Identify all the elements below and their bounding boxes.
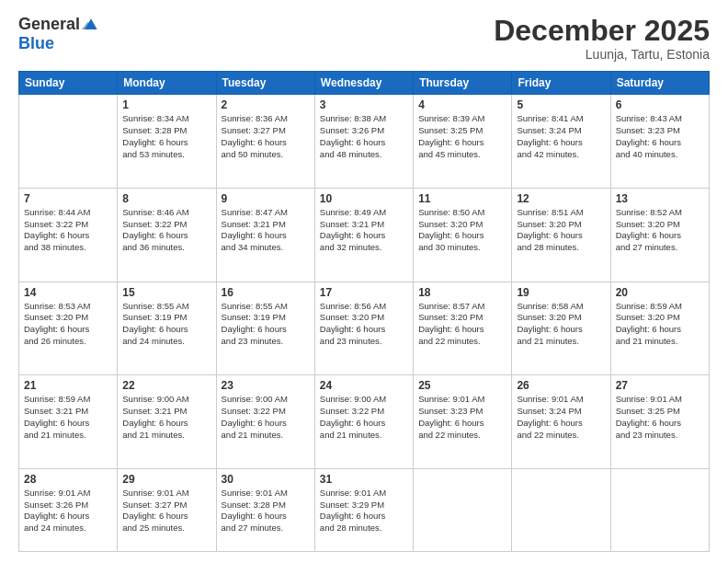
day-number: 20 <box>616 286 704 299</box>
sunset-text: Sunset: 3:20 PM <box>517 219 605 231</box>
sunrise-text: Sunrise: 9:01 AM <box>517 394 605 406</box>
day-number: 7 <box>24 192 112 205</box>
day-number: 1 <box>122 98 210 111</box>
calendar-day-cell: 11Sunrise: 8:50 AMSunset: 3:20 PMDayligh… <box>414 188 512 282</box>
day-number: 11 <box>418 192 506 205</box>
daylight-line2: and 24 minutes. <box>24 523 112 534</box>
day-number: 3 <box>320 98 408 111</box>
daylight-line2: and 26 minutes. <box>24 336 112 348</box>
calendar-day-cell: 24Sunrise: 9:00 AMSunset: 3:22 PMDayligh… <box>314 375 413 469</box>
calendar-day-cell: 3Sunrise: 8:38 AMSunset: 3:26 PMDaylight… <box>314 95 413 189</box>
daylight-line2: and 21 minutes. <box>616 336 704 348</box>
daylight-line1: Daylight: 6 hours <box>517 418 605 430</box>
sunrise-text: Sunrise: 9:01 AM <box>222 488 310 500</box>
calendar-day-cell: 23Sunrise: 9:00 AMSunset: 3:22 PMDayligh… <box>216 375 314 469</box>
daylight-line1: Daylight: 6 hours <box>122 511 210 523</box>
day-number: 17 <box>320 286 408 299</box>
sunrise-text: Sunrise: 8:55 AM <box>122 301 210 313</box>
daylight-line1: Daylight: 6 hours <box>222 324 310 336</box>
daylight-line1: Daylight: 6 hours <box>320 511 408 523</box>
sunrise-text: Sunrise: 8:57 AM <box>418 301 506 313</box>
sunrise-text: Sunrise: 8:41 AM <box>517 113 605 125</box>
daylight-line1: Daylight: 6 hours <box>616 418 704 430</box>
sunrise-text: Sunrise: 8:43 AM <box>616 113 704 125</box>
sunrise-text: Sunrise: 9:01 AM <box>122 488 210 500</box>
daylight-line2: and 42 minutes. <box>517 149 605 161</box>
sunset-text: Sunset: 3:20 PM <box>517 312 605 324</box>
day-number: 26 <box>517 379 605 392</box>
calendar-day-cell: 2Sunrise: 8:36 AMSunset: 3:27 PMDaylight… <box>216 95 314 189</box>
daylight-line2: and 23 minutes. <box>320 336 408 348</box>
day-number: 16 <box>222 286 310 299</box>
day-info: Sunrise: 8:56 AMSunset: 3:20 PMDaylight:… <box>320 301 408 348</box>
day-number: 30 <box>222 473 310 486</box>
daylight-line1: Daylight: 6 hours <box>24 511 112 523</box>
day-number: 5 <box>517 98 605 111</box>
day-number: 21 <box>24 379 112 392</box>
sunrise-text: Sunrise: 8:38 AM <box>320 113 408 125</box>
calendar-day-cell: 22Sunrise: 9:00 AMSunset: 3:21 PMDayligh… <box>118 375 216 469</box>
day-info: Sunrise: 9:01 AMSunset: 3:26 PMDaylight:… <box>24 488 112 534</box>
calendar-day-cell: 6Sunrise: 8:43 AMSunset: 3:23 PMDaylight… <box>610 95 709 189</box>
sunrise-text: Sunrise: 9:01 AM <box>24 488 112 500</box>
day-info: Sunrise: 8:47 AMSunset: 3:21 PMDaylight:… <box>222 207 310 254</box>
day-info: Sunrise: 8:57 AMSunset: 3:20 PMDaylight:… <box>418 301 506 348</box>
day-info: Sunrise: 8:43 AMSunset: 3:23 PMDaylight:… <box>616 113 704 160</box>
logo-blue-text: Blue <box>18 34 54 53</box>
sunset-text: Sunset: 3:27 PM <box>122 500 210 511</box>
sunset-text: Sunset: 3:21 PM <box>122 406 210 418</box>
title-area: December 2025 Luunja, Tartu, Estonia <box>494 15 710 62</box>
day-info: Sunrise: 9:01 AMSunset: 3:28 PMDaylight:… <box>222 488 310 534</box>
sunrise-text: Sunrise: 8:55 AM <box>222 301 310 313</box>
day-number: 4 <box>418 98 506 111</box>
daylight-line1: Daylight: 6 hours <box>517 324 605 336</box>
day-info: Sunrise: 9:00 AMSunset: 3:22 PMDaylight:… <box>320 394 408 441</box>
sunset-text: Sunset: 3:23 PM <box>616 125 704 137</box>
daylight-line2: and 21 minutes. <box>517 336 605 348</box>
sunset-text: Sunset: 3:26 PM <box>320 125 408 137</box>
sunset-text: Sunset: 3:22 PM <box>320 406 408 418</box>
sunset-text: Sunset: 3:28 PM <box>222 500 310 511</box>
day-info: Sunrise: 9:00 AMSunset: 3:22 PMDaylight:… <box>222 394 310 441</box>
sunrise-text: Sunrise: 8:36 AM <box>222 113 310 125</box>
header-thursday: Thursday <box>414 72 512 95</box>
day-number: 14 <box>24 286 112 299</box>
daylight-line2: and 48 minutes. <box>320 149 408 161</box>
sunrise-text: Sunrise: 8:50 AM <box>418 207 506 219</box>
calendar-day-cell: 19Sunrise: 8:58 AMSunset: 3:20 PMDayligh… <box>512 282 610 375</box>
daylight-line1: Daylight: 6 hours <box>222 137 310 149</box>
day-number: 8 <box>122 192 210 205</box>
daylight-line2: and 21 minutes. <box>320 430 408 442</box>
sunrise-text: Sunrise: 8:59 AM <box>24 394 112 406</box>
daylight-line2: and 32 minutes. <box>320 242 408 254</box>
sunrise-text: Sunrise: 8:58 AM <box>517 301 605 313</box>
daylight-line1: Daylight: 6 hours <box>122 137 210 149</box>
sunset-text: Sunset: 3:20 PM <box>418 219 506 231</box>
sunset-text: Sunset: 3:26 PM <box>24 500 112 511</box>
day-number: 9 <box>222 192 310 205</box>
daylight-line2: and 22 minutes. <box>517 430 605 442</box>
sunrise-text: Sunrise: 8:59 AM <box>616 301 704 313</box>
day-info: Sunrise: 8:41 AMSunset: 3:24 PMDaylight:… <box>517 113 605 160</box>
calendar-week-row: 1Sunrise: 8:34 AMSunset: 3:28 PMDaylight… <box>19 95 710 189</box>
sunset-text: Sunset: 3:27 PM <box>222 125 310 137</box>
day-number: 10 <box>320 192 408 205</box>
day-info: Sunrise: 9:01 AMSunset: 3:25 PMDaylight:… <box>616 394 704 441</box>
daylight-line1: Daylight: 6 hours <box>320 418 408 430</box>
day-info: Sunrise: 8:59 AMSunset: 3:20 PMDaylight:… <box>616 301 704 348</box>
day-number: 19 <box>517 286 605 299</box>
calendar-day-cell: 12Sunrise: 8:51 AMSunset: 3:20 PMDayligh… <box>512 188 610 282</box>
calendar-day-cell: 26Sunrise: 9:01 AMSunset: 3:24 PMDayligh… <box>512 375 610 469</box>
sunset-text: Sunset: 3:19 PM <box>222 312 310 324</box>
calendar-day-cell: 29Sunrise: 9:01 AMSunset: 3:27 PMDayligh… <box>118 468 216 551</box>
daylight-line1: Daylight: 6 hours <box>24 324 112 336</box>
calendar-day-cell: 13Sunrise: 8:52 AMSunset: 3:20 PMDayligh… <box>610 188 709 282</box>
calendar-week-row: 14Sunrise: 8:53 AMSunset: 3:20 PMDayligh… <box>19 282 710 375</box>
calendar-day-cell: 31Sunrise: 9:01 AMSunset: 3:29 PMDayligh… <box>314 468 413 551</box>
calendar-week-row: 7Sunrise: 8:44 AMSunset: 3:22 PMDaylight… <box>19 188 710 282</box>
sunset-text: Sunset: 3:22 PM <box>122 219 210 231</box>
sunrise-text: Sunrise: 9:01 AM <box>320 488 408 500</box>
day-info: Sunrise: 8:46 AMSunset: 3:22 PMDaylight:… <box>122 207 210 254</box>
calendar-day-cell <box>610 468 709 551</box>
daylight-line1: Daylight: 6 hours <box>616 230 704 242</box>
